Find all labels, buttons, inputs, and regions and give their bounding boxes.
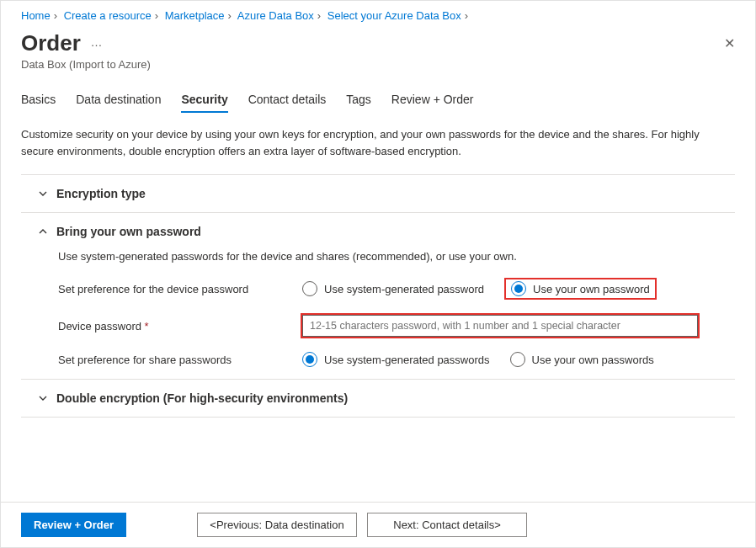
tabs: Basics Data destination Security Contact… — [1, 71, 755, 113]
tab-security[interactable]: Security — [181, 93, 227, 113]
section-header-own-password[interactable]: Bring your own password — [21, 225, 735, 238]
section-header-encryption[interactable]: Encryption type — [21, 187, 735, 200]
crumb-select-data-box[interactable]: Select your Azure Data Box — [327, 9, 461, 22]
close-icon[interactable]: ✕ — [724, 35, 735, 51]
footer-actions: Review + Order <Previous: Data destinati… — [1, 502, 755, 547]
radio-device-system-generated[interactable]: Use system-generated password — [302, 281, 484, 296]
breadcrumb: Home› Create a resource› Marketplace› Az… — [1, 1, 755, 25]
previous-button[interactable]: <Previous: Data destination — [197, 513, 357, 537]
radio-label: Use system-generated password — [324, 283, 484, 295]
radio-share-own-passwords[interactable]: Use your own passwords — [510, 352, 654, 367]
page-header: Order … Data Box (Import to Azure) ✕ — [1, 25, 755, 71]
share-password-pref-label: Set preference for share passwords — [58, 354, 302, 366]
highlight-own-password: Use your own password — [504, 278, 657, 300]
tab-review-order[interactable]: Review + Order — [391, 93, 474, 113]
radio-label: Use your own passwords — [532, 354, 654, 366]
crumb-home[interactable]: Home — [21, 9, 51, 22]
device-password-input[interactable] — [302, 315, 698, 337]
tab-tags[interactable]: Tags — [346, 93, 371, 113]
section-title-double-encryption: Double encryption (For high-security env… — [56, 391, 348, 405]
crumb-marketplace[interactable]: Marketplace — [165, 9, 225, 22]
chevron-icon: › — [155, 9, 158, 22]
crumb-azure-data-box[interactable]: Azure Data Box — [237, 9, 314, 22]
crumb-create-resource[interactable]: Create a resource — [64, 9, 152, 22]
divider — [21, 417, 735, 418]
device-password-pref-label: Set preference for the device password — [58, 283, 302, 295]
device-password-label: Device password * — [58, 320, 302, 333]
radio-label: Use your own password — [533, 283, 650, 295]
more-icon[interactable]: … — [90, 35, 102, 49]
required-indicator: * — [145, 320, 149, 333]
review-order-button[interactable]: Review + Order — [21, 513, 126, 537]
chevron-icon: › — [465, 9, 468, 22]
page-title: Order — [21, 30, 81, 56]
chevron-down-icon — [38, 189, 48, 199]
radio-device-own-password[interactable]: Use your own password — [511, 281, 650, 296]
tab-contact-details[interactable]: Contact details — [248, 93, 327, 113]
tab-basics[interactable]: Basics — [21, 93, 56, 113]
radio-label: Use system-generated passwords — [324, 354, 490, 366]
security-description: Customize security on your device by usi… — [21, 126, 711, 159]
chevron-icon: › — [228, 9, 232, 22]
chevron-up-icon — [38, 226, 48, 237]
section-encryption-type: Encryption type — [21, 175, 735, 213]
next-button[interactable]: Next: Contact details> — [367, 513, 527, 537]
page-subtitle: Data Box (Import to Azure) — [21, 58, 735, 71]
radio-share-system-generated[interactable]: Use system-generated passwords — [302, 352, 490, 367]
chevron-icon: › — [54, 9, 57, 22]
section-double-encryption: Double encryption (For high-security env… — [21, 380, 735, 429]
section-header-double-encryption[interactable]: Double encryption (For high-security env… — [21, 391, 735, 405]
section-own-password: Bring your own password Use system-gener… — [21, 213, 735, 380]
tab-data-destination[interactable]: Data destination — [76, 93, 161, 113]
chevron-icon: › — [317, 9, 321, 22]
chevron-down-icon — [38, 393, 48, 403]
section-title-own-password: Bring your own password — [56, 225, 201, 238]
own-password-intro: Use system-generated passwords for the d… — [58, 250, 735, 263]
section-title-encryption: Encryption type — [56, 187, 146, 200]
